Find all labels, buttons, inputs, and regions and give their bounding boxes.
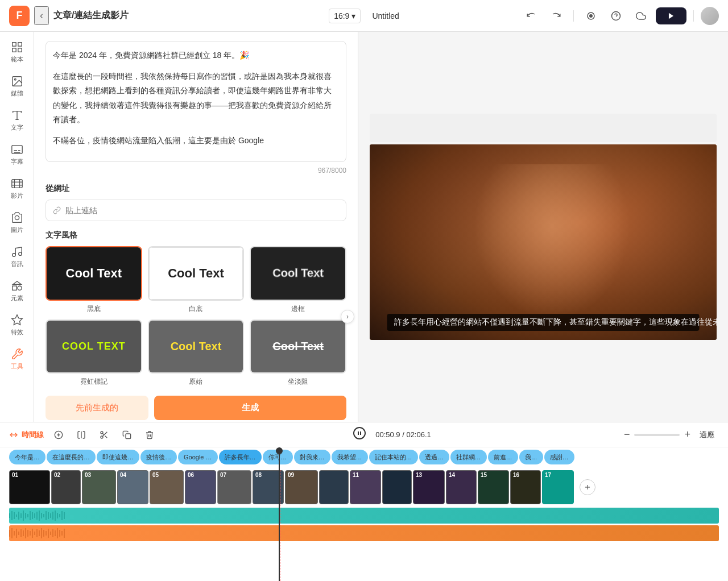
style-item-container-0: Cool Text 黑底 (46, 246, 142, 313)
subtitle-chip-14[interactable]: 感謝… (544, 450, 574, 464)
url-field[interactable] (65, 206, 339, 215)
grid-icon (11, 41, 23, 53)
svg-point-10 (14, 78, 16, 80)
video-clip-02[interactable]: 02 (51, 470, 81, 504)
svg-point-1 (590, 14, 593, 17)
sidebar-item-template[interactable]: 範本 (2, 36, 32, 68)
style-item-border[interactable]: Cool Text (250, 246, 346, 300)
svg-rect-65 (55, 511, 56, 521)
subtitle-chip-11[interactable]: 社群網… (450, 450, 487, 464)
svg-point-23 (12, 254, 15, 257)
previous-generate-button[interactable]: 先前生成的 (46, 396, 148, 420)
sidebar-item-text[interactable]: 文字 (2, 105, 32, 136)
style-item-strikeout[interactable]: Cool Text (250, 319, 346, 374)
video-clip-17[interactable]: 17 (542, 470, 574, 504)
video-clip-03[interactable]: 03 (82, 470, 116, 504)
video-clip-05[interactable]: 05 (150, 470, 184, 504)
add-clip-button[interactable] (580, 479, 595, 495)
video-clip-16[interactable]: 16 (510, 470, 541, 504)
svg-rect-86 (46, 531, 47, 536)
video-clip-11[interactable]: 11 (350, 470, 381, 504)
video-clip-04[interactable]: 04 (117, 470, 148, 504)
timeline-split-button[interactable] (73, 427, 89, 443)
topbar-center: 16:9 ▾ Untitled (248, 9, 480, 23)
subtitle-chip-6[interactable]: 你可… (263, 450, 293, 464)
export-button[interactable] (656, 7, 686, 24)
generate-button[interactable]: 生成 (154, 396, 346, 420)
video-clip-01[interactable]: 01 (9, 470, 50, 504)
subtitle-chip-2[interactable]: 即使這幾… (97, 450, 139, 464)
sidebar-item-effect[interactable]: 特效 (2, 309, 32, 341)
trash-icon (145, 430, 154, 439)
video-clip-14[interactable]: 14 (446, 470, 477, 504)
style-item-black[interactable]: Cool Text (46, 246, 142, 300)
user-avatar[interactable] (701, 7, 719, 25)
cloud-button[interactable] (631, 6, 651, 26)
video-clip-15[interactable]: 15 (478, 470, 509, 504)
subtitle-chip-3[interactable]: 疫情後… (140, 450, 177, 464)
help-button[interactable] (606, 6, 626, 26)
play-pause-button[interactable] (350, 426, 369, 444)
redo-button[interactable] (546, 6, 566, 26)
subtitle-chip-13[interactable]: 我… (519, 450, 543, 464)
sidebar-item-audio[interactable]: 音訊 (2, 241, 32, 273)
svg-rect-74 (18, 532, 19, 535)
sidebar-item-media[interactable]: 媒體 (2, 70, 32, 102)
apply-button[interactable]: 適應 (695, 428, 719, 442)
zoom-slider[interactable] (634, 434, 680, 436)
video-clip-06[interactable]: 06 (185, 470, 216, 504)
video-clip-10[interactable] (319, 470, 349, 504)
subtitle-chip-5[interactable]: 許多長年… (219, 450, 262, 464)
timeline-cut-button[interactable] (96, 427, 112, 443)
sidebar-item-tools[interactable]: 工具 (2, 343, 32, 375)
subtitle-chip-12[interactable]: 前進… (488, 450, 518, 464)
timeline-add-button[interactable] (51, 427, 67, 443)
back-button[interactable]: ‹ (34, 6, 49, 25)
video-clip-07[interactable]: 07 (217, 470, 251, 504)
style-item-yellow[interactable]: Cool Text (148, 319, 245, 374)
sidebar-item-element[interactable]: 元素 (2, 275, 32, 307)
subtitle-chip-10[interactable]: 透過… (419, 450, 449, 464)
record-button[interactable] (581, 6, 601, 26)
svg-marker-28 (11, 315, 22, 325)
style-item-neon[interactable]: COOL TEXT (46, 319, 142, 374)
text-editor[interactable]: 今年是 2024 年，免費資源網路社群已經創立 18 年。🎉 在這麼長的一段時間… (46, 41, 346, 162)
sidebar-label-text: 文字 (11, 123, 23, 132)
timeline-copy-button[interactable] (119, 427, 135, 443)
subtitle-chip-8[interactable]: 我希望… (332, 450, 368, 464)
timeline-center-controls: 00:50.9 / 02:06.1 (164, 426, 617, 444)
sidebar-item-subtitle[interactable]: 字幕 (2, 139, 32, 171)
video-clip-09[interactable]: 09 (285, 470, 318, 504)
video-clip-12[interactable] (382, 470, 412, 504)
zoom-out-button[interactable]: − (624, 429, 630, 441)
subtitle-chip-0[interactable]: 今年是… (9, 450, 46, 464)
subtitle-chip-4[interactable]: Google … (178, 450, 218, 464)
plus-icon (584, 483, 592, 491)
video-clip-13[interactable]: 13 (413, 470, 445, 504)
zoom-in-button[interactable]: + (684, 429, 690, 441)
timeline-label: 時間線 (9, 430, 44, 440)
topbar-right (487, 6, 719, 26)
style-item-white[interactable]: Cool Text (148, 246, 245, 300)
sidebar-item-photo[interactable]: 圖片 (2, 207, 32, 239)
subtitle-chip-7[interactable]: 對我來… (294, 450, 330, 464)
tools-icon (11, 348, 23, 360)
style-scroll-right-button[interactable]: › (341, 310, 354, 323)
ratio-select[interactable]: 16:9 ▾ (329, 9, 361, 23)
svg-rect-60 (43, 514, 44, 517)
timeline-tracks[interactable]: 今年是… 在這麼長的… 即使這幾… 疫情後… Google … 許多長年… 你可… (0, 447, 728, 581)
type-icon (11, 109, 23, 122)
plus-circle-icon (54, 430, 63, 439)
undo-button[interactable] (521, 6, 541, 26)
sidebar-item-video[interactable]: 影片 (2, 173, 32, 205)
subtitle-chip-1[interactable]: 在這麼長的… (47, 450, 96, 464)
timeline-delete-button[interactable] (142, 427, 158, 443)
video-title-bar (370, 114, 717, 142)
svg-point-24 (18, 252, 22, 256)
style-preview-text-0: Cool Text (66, 266, 122, 281)
waveform-2 (9, 526, 719, 540)
video-clip-08[interactable]: 08 (253, 470, 284, 504)
svg-rect-52 (25, 513, 26, 518)
url-input-wrapper[interactable] (46, 200, 346, 221)
subtitle-chip-9[interactable]: 記住本站的… (369, 450, 418, 464)
